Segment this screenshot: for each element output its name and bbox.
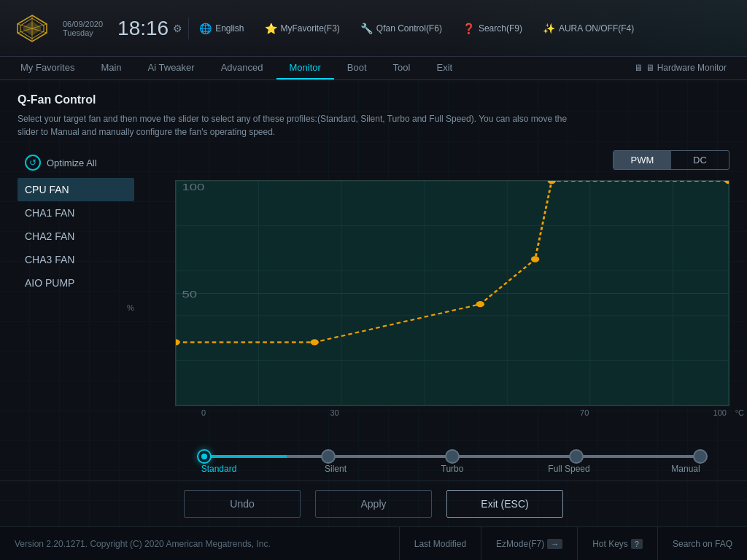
footer-last-modified[interactable]: Last Modified <box>399 527 481 560</box>
monitor-icon: 🖥 <box>634 63 643 73</box>
help-icon: ❓ <box>462 23 475 34</box>
svg-point-24 <box>531 256 539 262</box>
nav-exit[interactable]: Exit <box>423 57 465 79</box>
star-icon: ⭐ <box>265 23 277 34</box>
svg-point-22 <box>311 339 319 345</box>
slider-dots <box>197 449 708 464</box>
time-value: 18:16 <box>117 17 169 40</box>
fan-curve-chart[interactable]: 100 50 <box>175 180 729 406</box>
search-label: Search(F9) <box>479 23 522 34</box>
nav-ai-tweaker[interactable]: Ai Tweaker <box>135 57 208 79</box>
profile-label-standard: Standard <box>190 464 248 474</box>
svg-text:100: 100 <box>182 181 205 192</box>
aura-button[interactable]: ✨ AURA ON/OFF(F4) <box>538 20 638 36</box>
search-button[interactable]: ❓ Search(F9) <box>458 20 527 36</box>
section-title: Q-Fan Control <box>18 93 729 106</box>
header-time-display: 18:16 ⚙ <box>117 17 182 40</box>
qfan-button[interactable]: 🔧 Qfan Control(F6) <box>356 20 446 36</box>
section-description: Select your target fan and then move the… <box>18 112 572 139</box>
nav-my-favorites[interactable]: My Favorites <box>7 57 88 79</box>
language-button[interactable]: 🌐 English <box>195 20 248 36</box>
svg-text:50: 50 <box>182 288 198 299</box>
optimize-all-button[interactable]: ↺ Optimize All <box>18 150 134 175</box>
fan-item-aio[interactable]: AIO PUMP <box>18 271 134 295</box>
myfavorite-button[interactable]: ⭐ MyFavorite(F3) <box>260 20 344 36</box>
fan-item-cha2[interactable]: CHA2 FAN <box>18 225 134 248</box>
dc-button[interactable]: DC <box>671 151 729 169</box>
header-date: 06/09/2020 <box>63 20 103 28</box>
nav-hardware-monitor[interactable]: 🖥 🖥 Hardware Monitor <box>621 57 740 79</box>
fan-list: ↺ Optimize All CPU FAN CHA1 FAN CHA2 FAN… <box>18 150 134 508</box>
chart-y-label: % <box>127 303 134 312</box>
optimize-icon: ↺ <box>25 155 41 171</box>
header-actions: 🌐 English ⭐ MyFavorite(F3) 🔧 Qfan Contro… <box>195 20 638 36</box>
chart-area: PWM DC % <box>149 150 729 508</box>
nav-monitor[interactable]: Monitor <box>276 57 334 79</box>
footer-version: Version 2.20.1271. Copyright (C) 2020 Am… <box>0 527 285 560</box>
svg-point-23 <box>476 301 484 307</box>
myfavorite-label: MyFavorite(F3) <box>281 23 340 34</box>
footer: Version 2.20.1271. Copyright (C) 2020 Am… <box>0 526 747 560</box>
qfan-layout: ↺ Optimize All CPU FAN CHA1 FAN CHA2 FAN… <box>18 150 729 508</box>
footer-hot-keys[interactable]: Hot Keys ? <box>577 527 657 560</box>
ezmode-key: → <box>547 539 562 549</box>
nav-advanced[interactable]: Advanced <box>208 57 276 79</box>
nav-tool[interactable]: Tool <box>380 57 424 79</box>
optimize-all-label: Optimize All <box>47 158 97 168</box>
profile-slider: Standard Silent Turbo Full Speed Manual <box>149 455 729 474</box>
main-content: Q-Fan Control Select your target fan and… <box>0 80 747 515</box>
logo <box>12 8 53 49</box>
pwm-button[interactable]: PWM <box>614 151 671 169</box>
globe-icon: 🌐 <box>199 23 212 34</box>
profile-label-silent: Silent <box>306 464 365 474</box>
footer-search-faq[interactable]: Search on FAQ <box>657 527 747 560</box>
svg-point-21 <box>176 339 180 345</box>
svg-point-25 <box>548 181 556 184</box>
nav-bar: My Favorites Main Ai Tweaker Advanced Mo… <box>0 57 747 80</box>
header-day: Tuesday <box>63 28 93 37</box>
footer-ezmode[interactable]: EzMode(F7) → <box>481 527 577 560</box>
nav-main[interactable]: Main <box>88 57 134 79</box>
fan-item-cha1[interactable]: CHA1 FAN <box>18 201 134 225</box>
header-date-info: 06/09/2020 Tuesday <box>63 20 103 37</box>
hotkeys-key: ? <box>631 539 643 549</box>
chart-x-unit: °C <box>735 408 744 417</box>
aura-icon: ✨ <box>543 23 555 34</box>
pwm-dc-toggle: PWM DC <box>613 150 729 170</box>
profile-dot-silent[interactable] <box>321 449 336 464</box>
language-label: English <box>215 23 244 34</box>
time-settings-icon[interactable]: ⚙ <box>173 23 182 34</box>
header: 06/09/2020 Tuesday 18:16 ⚙ 🌐 English ⭐ M… <box>0 0 747 57</box>
chart-wrapper: % <box>149 180 729 435</box>
fan-icon: 🔧 <box>360 23 373 34</box>
slider-labels: Standard Silent Turbo Full Speed Manual <box>190 464 715 474</box>
qfan-label: Qfan Control(F6) <box>376 23 442 34</box>
header-divider <box>188 18 189 39</box>
profile-label-turbo: Turbo <box>423 464 481 474</box>
nav-boot[interactable]: Boot <box>334 57 380 79</box>
profile-dot-standard[interactable] <box>197 449 212 464</box>
fan-item-cha3[interactable]: CHA3 FAN <box>18 248 134 271</box>
profile-dot-manual[interactable] <box>693 449 708 464</box>
svg-point-26 <box>724 181 729 184</box>
profile-dot-turbo[interactable] <box>445 449 460 464</box>
profile-label-manual: Manual <box>657 464 715 474</box>
aura-label: AURA ON/OFF(F4) <box>559 23 634 34</box>
profile-label-fullspeed: Full Speed <box>540 464 598 474</box>
chart-x-labels: 0 30 70 100 <box>175 408 729 417</box>
profile-dot-fullspeed[interactable] <box>569 449 584 464</box>
fan-item-cpu[interactable]: CPU FAN <box>18 178 134 201</box>
